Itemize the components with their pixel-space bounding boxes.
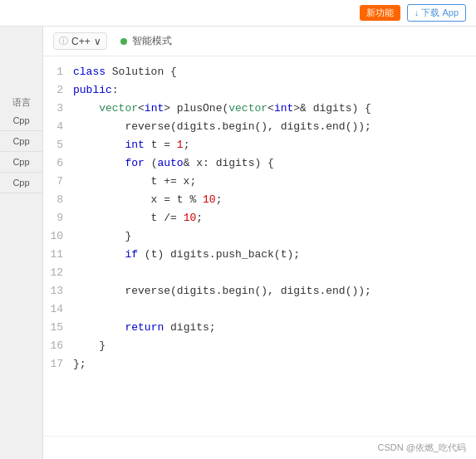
line-text: for (auto& x: digits) { [73,154,274,173]
line-number: 15 [43,319,73,337]
code-line-8: 8 x = t % 10; [43,191,476,209]
sidebar-item-1[interactable]: Cpp [0,131,42,152]
code-line-10: 10 } [43,227,476,246]
language-label: C++ [71,36,91,47]
code-line-1: 1class Solution { [43,63,476,81]
line-text: int t = 1; [73,136,189,154]
line-number: 14 [43,300,73,319]
sidebar-item-2[interactable]: Cpp [0,152,42,173]
line-number: 10 [43,227,73,246]
line-number: 17 [43,355,73,374]
line-text: if (t) digits.push_back(t); [73,246,300,264]
info-icon: ⓘ [59,35,68,47]
language-selector[interactable]: ⓘ C++ ∨ [53,32,107,50]
line-text: public: [73,81,119,100]
line-text: reverse(digits.begin(), digits.end()); [73,282,371,300]
footer: CSDN @依燃_吃代码 [43,436,476,459]
line-number: 2 [43,81,73,100]
mode-label: 智能模式 [132,34,172,48]
main-area: ⓘ C++ ∨ 智能模式 1class Solution {2public:3 … [43,27,476,459]
code-line-2: 2public: [43,81,476,100]
chevron-down-icon: ∨ [94,36,101,47]
line-number: 3 [43,100,73,118]
line-number: 6 [43,154,73,173]
line-text: t += x; [73,173,196,191]
code-line-11: 11 if (t) digits.push_back(t); [43,246,476,264]
line-text: return digits; [73,319,216,337]
code-editor[interactable]: 1class Solution {2public:3 vector<int> p… [43,56,476,436]
sidebar-item-0[interactable]: Cpp [0,110,42,131]
line-number: 13 [43,282,73,300]
line-text: }; [73,355,86,374]
top-bar: 新功能 ↓ 下载 App [0,0,476,27]
smart-mode-indicator: 智能模式 [120,34,172,48]
new-feature-button[interactable]: 新功能 [360,5,400,21]
line-text: } [73,227,131,246]
code-line-7: 7 t += x; [43,173,476,191]
line-number: 8 [43,191,73,209]
code-line-5: 5 int t = 1; [43,136,476,154]
line-text: t /= 10; [73,209,203,227]
code-line-9: 9 t /= 10; [43,209,476,227]
line-number: 11 [43,246,73,264]
code-line-4: 4 reverse(digits.begin(), digits.end()); [43,118,476,136]
line-number: 7 [43,173,73,191]
code-line-15: 15 return digits; [43,319,476,337]
footer-text: CSDN @依燃_吃代码 [377,442,466,454]
line-number: 1 [43,63,73,81]
line-number: 9 [43,209,73,227]
download-app-button[interactable]: ↓ 下载 App [407,4,466,22]
line-text: } [73,337,106,355]
code-line-16: 16 } [43,337,476,355]
line-number: 16 [43,337,73,355]
code-line-17: 17}; [43,355,476,374]
main-container: 语言 Cpp Cpp Cpp Cpp ⓘ C++ ∨ 智能模式 1class S… [0,27,476,459]
mode-dot-icon [120,38,127,45]
line-number: 4 [43,118,73,136]
code-line-12: 12 [43,264,476,282]
toolbar: ⓘ C++ ∨ 智能模式 [43,27,476,56]
code-line-3: 3 vector<int> plusOne(vector<int>& digit… [43,100,476,118]
line-text: vector<int> plusOne(vector<int>& digits)… [73,100,371,118]
line-number: 5 [43,136,73,154]
sidebar-item-3[interactable]: Cpp [0,173,42,193]
code-line-13: 13 reverse(digits.begin(), digits.end())… [43,282,476,300]
line-text: x = t % 10; [73,191,222,209]
line-text: reverse(digits.begin(), digits.end()); [73,118,371,136]
code-line-14: 14 [43,300,476,319]
sidebar: 语言 Cpp Cpp Cpp Cpp [0,27,43,459]
line-text: class Solution { [73,63,177,81]
code-line-6: 6 for (auto& x: digits) { [43,154,476,173]
line-number: 12 [43,264,73,282]
sidebar-lang-label: 语言 [0,93,42,110]
